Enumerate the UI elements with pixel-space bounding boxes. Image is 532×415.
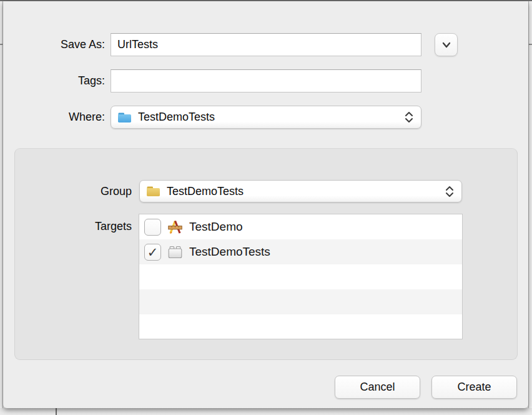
toolbar-edge-tick (529, 44, 532, 45)
group-popup[interactable]: TestDemoTests (139, 180, 462, 202)
save-as-input[interactable] (111, 33, 421, 56)
yellow-folder-icon (146, 186, 160, 197)
target-row-testdemo[interactable]: TestDemo (139, 214, 462, 239)
expand-sheet-button[interactable] (435, 33, 458, 56)
chevron-up-down-icon (404, 110, 414, 124)
targets-list: TestDemo ✓ TestDemoTe (139, 214, 463, 339)
save-as-label: Save As: (3, 33, 105, 56)
tags-label: Tags: (3, 69, 105, 92)
target-row-empty (139, 264, 462, 289)
where-label: Where: (3, 106, 105, 129)
tags-input[interactable] (111, 69, 421, 92)
toolbar-edge-tick (0, 44, 2, 45)
xcode-app-icon (167, 219, 184, 236)
save-sheet: Save As: Tags: Where: (3, 1, 528, 408)
target-name: TestDemoTests (189, 245, 270, 259)
target-checkbox-checked[interactable]: ✓ (144, 244, 161, 261)
target-name: TestDemo (189, 220, 243, 234)
target-options-panel: Group TestDemoTests (14, 148, 518, 360)
cancel-button[interactable]: Cancel (335, 376, 420, 399)
background-window-bottom-edge (0, 408, 532, 415)
save-dialog-window: Save As: Tags: Where: (0, 0, 532, 415)
chevron-down-icon (440, 38, 453, 52)
blue-folder-icon (117, 112, 132, 123)
chevron-up-down-icon (445, 184, 455, 199)
background-split-divider (56, 408, 57, 415)
target-checkbox-unchecked[interactable] (144, 219, 161, 236)
targets-label: Targets (15, 214, 132, 239)
background-window-right-edge (528, 1, 532, 408)
test-bundle-icon (167, 244, 184, 261)
create-button[interactable]: Create (431, 376, 517, 399)
target-row-testdemotests[interactable]: ✓ TestDemoTests (139, 239, 462, 264)
group-value: TestDemoTests (167, 185, 445, 198)
where-popup[interactable]: TestDemoTests (111, 106, 421, 129)
group-label: Group (15, 180, 132, 202)
target-row-empty (139, 289, 462, 314)
where-value: TestDemoTests (138, 111, 404, 124)
target-row-empty (139, 314, 462, 339)
